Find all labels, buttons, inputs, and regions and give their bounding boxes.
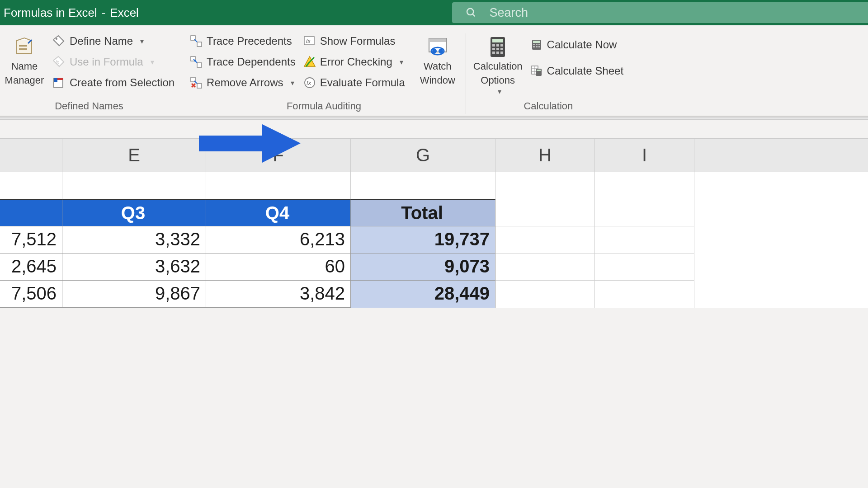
cell[interactable]: 3,632 xyxy=(62,253,206,281)
col-header-f[interactable]: F xyxy=(206,139,351,172)
define-name-label: Define Name xyxy=(70,35,133,47)
svg-text:fx: fx xyxy=(56,60,60,65)
define-name-button[interactable]: Define Name ▾ xyxy=(51,33,176,49)
svg-line-1 xyxy=(472,14,475,16)
cell[interactable]: 3,332 xyxy=(62,226,206,253)
svg-rect-47 xyxy=(533,41,540,43)
cell[interactable]: 7,512 xyxy=(0,226,62,253)
cell-total[interactable]: 9,073 xyxy=(351,253,495,281)
cell[interactable]: 7,506 xyxy=(0,281,62,308)
svg-point-34 xyxy=(439,49,443,53)
create-selection-icon xyxy=(52,76,66,89)
svg-rect-13 xyxy=(197,42,202,47)
svg-rect-38 xyxy=(496,44,499,47)
calculate-sheet-button[interactable]: Calculate Sheet xyxy=(528,63,625,79)
svg-rect-31 xyxy=(429,38,446,42)
evaluate-formula-label: Evaluate Formula xyxy=(320,76,405,89)
calculation-group-label: Calculation xyxy=(524,100,573,112)
trace-precedents-label: Trace Precedents xyxy=(207,35,292,47)
tag-icon xyxy=(52,34,66,48)
cell[interactable]: 6,213 xyxy=(206,226,351,253)
chevron-down-icon: ▾ xyxy=(498,87,501,97)
calculate-now-button[interactable]: Calculate Now xyxy=(528,37,625,52)
col-header-g[interactable]: G xyxy=(351,139,495,172)
cell[interactable]: 60 xyxy=(206,253,351,281)
trace-precedents-button[interactable]: Trace Precedents xyxy=(188,33,297,49)
use-in-formula-button: fx Use in Formula ▾ xyxy=(51,54,176,70)
svg-point-33 xyxy=(432,49,437,53)
svg-rect-8 xyxy=(54,78,57,82)
ribbon: Name Manager Define Name ▾ fx Use in For… xyxy=(0,25,868,117)
calculation-options-button[interactable]: Calculation Options ▾ xyxy=(472,33,524,98)
trace-precedents-icon xyxy=(189,34,203,48)
name-manager-icon xyxy=(14,34,34,60)
show-formulas-button[interactable]: fx Show Formulas xyxy=(301,33,407,49)
svg-rect-20 xyxy=(197,84,202,88)
column-headers[interactable]: E F G H I xyxy=(0,138,868,172)
svg-point-0 xyxy=(467,9,473,15)
chevron-down-icon: ▾ xyxy=(140,37,144,46)
calculate-sheet-label: Calculate Sheet xyxy=(547,65,623,77)
svg-point-5 xyxy=(56,38,57,40)
svg-rect-53 xyxy=(538,46,540,47)
table-row[interactable] xyxy=(0,172,868,199)
search-input[interactable] xyxy=(489,6,868,20)
spreadsheet[interactable]: E F G H I Q3 Q4 Total 7,512 3,332 6,213 … xyxy=(0,138,868,308)
svg-rect-52 xyxy=(536,46,538,47)
svg-rect-50 xyxy=(538,44,540,45)
cell-q3[interactable]: Q3 xyxy=(62,199,206,226)
cell-q2[interactable] xyxy=(0,199,62,226)
name-manager-label: Name Manager xyxy=(5,60,44,88)
cell[interactable]: 3,842 xyxy=(206,281,351,308)
cell-q4[interactable]: Q4 xyxy=(206,199,351,226)
cell-total-header[interactable]: Total xyxy=(351,199,495,226)
calculate-now-icon xyxy=(530,38,543,52)
svg-rect-17 xyxy=(197,63,202,67)
defined-names-group-label: Defined Names xyxy=(55,100,123,112)
svg-rect-42 xyxy=(500,48,503,50)
watch-window-button[interactable]: Watch Window xyxy=(415,33,460,89)
svg-rect-41 xyxy=(496,48,499,50)
name-manager-button[interactable]: Name Manager xyxy=(2,33,47,89)
svg-rect-44 xyxy=(496,52,499,54)
cell[interactable]: 9,867 xyxy=(62,281,206,308)
svg-rect-4 xyxy=(19,48,27,50)
watch-window-label: Watch Window xyxy=(420,60,455,88)
trace-dependents-button[interactable]: Trace Dependents xyxy=(188,54,297,70)
table-row[interactable]: 7,506 9,867 3,842 28,449 xyxy=(0,281,868,308)
formula-auditing-group-label: Formula Auditing xyxy=(287,100,361,112)
create-from-selection-button[interactable]: Create from Selection xyxy=(51,75,176,90)
svg-rect-3 xyxy=(19,45,27,47)
table-row[interactable]: 7,512 3,332 6,213 19,737 xyxy=(0,226,868,253)
remove-arrows-button[interactable]: Remove Arrows ▾ xyxy=(188,75,297,90)
col-header-h[interactable]: H xyxy=(495,139,595,172)
fx-tag-icon: fx xyxy=(52,55,66,69)
error-checking-label: Error Checking xyxy=(320,56,392,68)
error-checking-button[interactable]: Error Checking ▾ xyxy=(301,54,407,70)
cell[interactable]: 2,645 xyxy=(0,253,62,281)
col-header-i[interactable]: I xyxy=(595,139,694,172)
table-header-row[interactable]: Q3 Q4 Total xyxy=(0,199,868,226)
search-box[interactable] xyxy=(452,2,868,23)
evaluate-formula-button[interactable]: fx Evaluate Formula xyxy=(301,75,407,90)
title-bar: Formulas in Excel - Excel xyxy=(0,0,868,25)
search-icon xyxy=(466,7,476,19)
calculate-sheet-icon xyxy=(530,64,543,78)
error-checking-icon xyxy=(303,55,316,69)
table-row[interactable]: 2,645 3,632 60 9,073 xyxy=(0,253,868,281)
group-calculation: Calculation Options ▾ Calculate Now Calc… xyxy=(466,33,631,114)
cell-total[interactable]: 19,737 xyxy=(351,226,495,253)
chevron-down-icon: ▾ xyxy=(291,79,294,87)
trace-dependents-icon xyxy=(189,55,203,69)
svg-text:fx: fx xyxy=(307,80,311,86)
svg-rect-39 xyxy=(500,44,503,47)
svg-rect-48 xyxy=(533,44,535,45)
cell-total[interactable]: 28,449 xyxy=(351,281,495,308)
svg-rect-36 xyxy=(492,39,503,42)
chevron-down-icon: ▾ xyxy=(400,58,403,66)
col-header-e[interactable]: E xyxy=(62,139,206,172)
document-name: Formulas in Excel xyxy=(4,6,97,20)
col-header-blank[interactable] xyxy=(0,139,62,172)
watch-window-icon xyxy=(426,34,449,60)
app-name: Excel xyxy=(110,6,139,20)
